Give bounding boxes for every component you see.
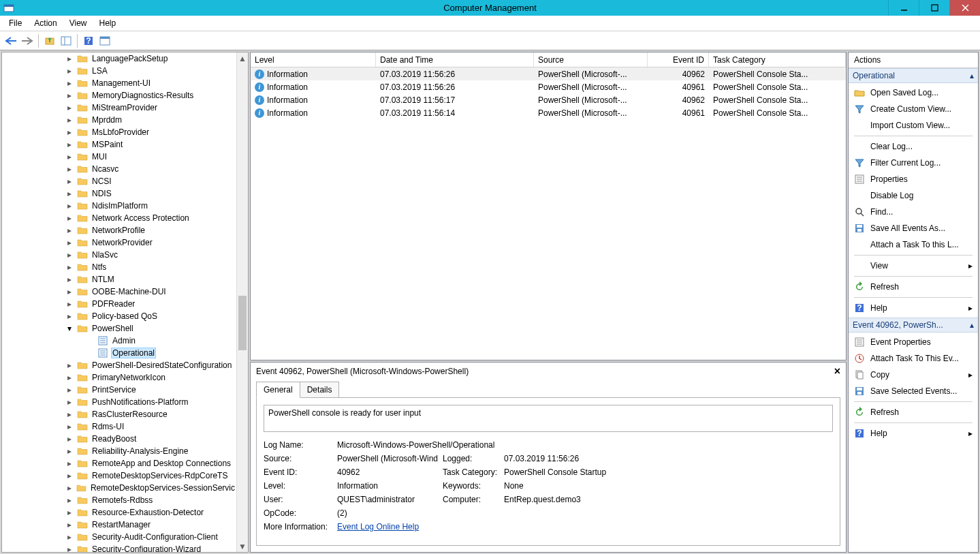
tab-details[interactable]: Details (300, 382, 340, 398)
tree-item-mslbfoprovider[interactable]: ▸MsLbfoProvider (65, 126, 236, 138)
scroll-down-icon[interactable]: ▼ (237, 540, 248, 552)
tree-item-remotedesktopservices-sessionservic[interactable]: ▸RemoteDesktopServices-SessionServic (65, 482, 236, 494)
tree-item-primarynetworkicon[interactable]: ▸PrimaryNetworkIcon (65, 371, 236, 384)
tree-item-restartmanager[interactable]: ▸RestartManager (65, 519, 236, 531)
chevron-right-icon[interactable]: ▸ (65, 176, 74, 186)
chevron-right-icon[interactable]: ▸ (65, 459, 74, 468)
tree-item-mui[interactable]: ▸MUI (65, 151, 236, 163)
forward-button[interactable] (19, 33, 35, 48)
tree-item-powershell[interactable]: ▾PowerShell (65, 322, 236, 335)
link-event-log-online-help[interactable]: Event Log Online Help (337, 522, 419, 532)
tree-item-memorydiagnostics-results[interactable]: ▸MemoryDiagnostics-Results (65, 89, 236, 102)
action-create-custom-view[interactable]: Create Custom View... (849, 101, 978, 117)
chevron-right-icon[interactable]: ▸ (65, 103, 74, 112)
chevron-right-icon[interactable]: ▸ (65, 495, 74, 505)
chevron-right-icon[interactable]: ▸ (65, 54, 74, 63)
tree-item-reliability-analysis-engine[interactable]: ▸Reliability-Analysis-Engine (65, 445, 236, 457)
chevron-right-icon[interactable]: ▸ (65, 385, 74, 395)
tree-item-ncsi[interactable]: ▸NCSI (65, 175, 236, 187)
tree-item-printservice[interactable]: ▸PrintService (65, 384, 236, 396)
tree-item-resource-exhaustion-detector[interactable]: ▸Resource-Exhaustion-Detector (65, 506, 236, 519)
tree-item-nlasvc[interactable]: ▸NlaSvc (65, 249, 236, 261)
action-import-custom-view[interactable]: Import Custom View... (849, 117, 978, 134)
chevron-right-icon[interactable]: ▸ (65, 226, 74, 235)
tree-item-readyboost[interactable]: ▸ReadyBoost (65, 433, 236, 445)
close-button[interactable] (949, 0, 980, 16)
chevron-right-icon[interactable]: ▸ (65, 532, 74, 542)
chevron-right-icon[interactable]: ▸ (65, 152, 74, 161)
tree-item-policy-based-qos[interactable]: ▸Policy-based QoS (65, 310, 236, 322)
action-help[interactable]: ?Help▸ (849, 300, 978, 316)
tree-item-management-ui[interactable]: ▸Management-UI (65, 77, 236, 89)
event-row[interactable]: iInformation07.03.2019 11:56:14PowerShel… (251, 106, 846, 119)
action-save-all-events-as[interactable]: Save All Events As... (849, 220, 978, 236)
chevron-right-icon[interactable]: ▸ (65, 373, 74, 382)
back-button[interactable] (3, 33, 19, 48)
action-view[interactable]: View▸ (849, 258, 978, 274)
action-save-selected-events[interactable]: Save Selected Events... (849, 383, 978, 399)
action-refresh[interactable]: Refresh (849, 279, 978, 295)
tree-item-admin[interactable]: Admin (65, 335, 236, 347)
chevron-right-icon[interactable]: ▸ (65, 238, 74, 247)
properties-button[interactable] (97, 33, 113, 48)
action-disable-log[interactable]: Disable Log (849, 187, 978, 204)
tree-item-remoteapp-and-desktop-connections[interactable]: ▸RemoteApp and Desktop Connections (65, 457, 236, 470)
chevron-right-icon[interactable]: ▸ (65, 66, 74, 76)
chevron-right-icon[interactable]: ▸ (65, 299, 74, 309)
tree-item-languagepacksetup[interactable]: ▸LanguagePackSetup (65, 52, 236, 65)
chevron-right-icon[interactable]: ▸ (65, 164, 74, 174)
menu-action[interactable]: Action (28, 17, 63, 29)
col-header-source[interactable]: Source (534, 52, 648, 67)
grid-body[interactable]: iInformation07.03.2019 11:56:26PowerShel… (251, 67, 846, 360)
chevron-right-icon[interactable]: ▸ (65, 446, 74, 456)
chevron-right-icon[interactable]: ▸ (65, 360, 74, 370)
chevron-right-icon[interactable]: ▸ (65, 140, 74, 149)
action-attach-a-task-to-this-l[interactable]: Attach a Task To this L... (849, 236, 978, 253)
chevron-right-icon[interactable]: ▸ (65, 483, 74, 493)
tree-item-pushnotifications-platform[interactable]: ▸PushNotifications-Platform (65, 396, 236, 408)
tree-item-operational[interactable]: Operational (65, 347, 236, 359)
action-find[interactable]: Find... (849, 204, 978, 220)
tree-item-mspaint[interactable]: ▸MSPaint (65, 138, 236, 151)
event-row[interactable]: iInformation07.03.2019 11:56:17PowerShel… (251, 93, 846, 106)
tree-item-ndis[interactable]: ▸NDIS (65, 187, 236, 200)
chevron-down-icon[interactable]: ▾ (65, 324, 74, 333)
scroll-up-icon[interactable]: ▲ (237, 52, 248, 64)
tree-item-networkprovider[interactable]: ▸NetworkProvider (65, 236, 236, 249)
action-attach-task-to-this-ev[interactable]: Attach Task To This Ev... (849, 350, 978, 367)
action-filter-current-log[interactable]: Filter Current Log... (849, 155, 978, 171)
col-header-date[interactable]: Date and Time (376, 52, 534, 67)
action-event-properties[interactable]: Event Properties (849, 334, 978, 350)
col-header-eventid[interactable]: Event ID (648, 52, 709, 67)
chevron-right-icon[interactable]: ▸ (65, 115, 74, 125)
chevron-right-icon[interactable]: ▸ (65, 471, 74, 480)
action-help[interactable]: ?Help▸ (849, 425, 978, 442)
tree-item-lsa[interactable]: ▸LSA (65, 65, 236, 77)
tab-general[interactable]: General (256, 382, 300, 398)
tree-item-remotefs-rdbss[interactable]: ▸Remotefs-Rdbss (65, 494, 236, 506)
chevron-right-icon[interactable]: ▸ (65, 275, 74, 284)
chevron-right-icon[interactable]: ▸ (65, 397, 74, 407)
scroll-thumb[interactable] (238, 296, 247, 350)
chevron-right-icon[interactable]: ▸ (65, 508, 74, 517)
chevron-right-icon[interactable]: ▸ (65, 250, 74, 260)
minimize-button[interactable] (888, 0, 919, 16)
action-properties[interactable]: Properties (849, 171, 978, 187)
tree-item-oobe-machine-dui[interactable]: ▸OOBE-Machine-DUI (65, 286, 236, 298)
menu-view[interactable]: View (63, 17, 93, 29)
tree-item-ntfs[interactable]: ▸Ntfs (65, 261, 236, 273)
tree-scrollbar[interactable]: ▲ ▼ (236, 52, 248, 552)
up-button[interactable] (42, 33, 58, 48)
event-row[interactable]: iInformation07.03.2019 11:56:26PowerShel… (251, 67, 846, 80)
details-close-button[interactable]: × (834, 365, 840, 378)
action-clear-log[interactable]: Clear Log... (849, 138, 978, 155)
tree-item-remotedesktopservices-rdpcorets[interactable]: ▸RemoteDesktopServices-RdpCoreTS (65, 470, 236, 482)
maximize-button[interactable] (919, 0, 949, 16)
event-row[interactable]: iInformation07.03.2019 11:56:26PowerShel… (251, 80, 846, 93)
menu-file[interactable]: File (3, 17, 28, 29)
chevron-right-icon[interactable]: ▸ (65, 213, 74, 223)
col-header-level[interactable]: Level (251, 52, 376, 67)
tree-item-security-configuration-wizard[interactable]: ▸Security-Configuration-Wizard (65, 543, 236, 552)
col-header-task[interactable]: Task Category (709, 52, 846, 67)
tree-item-ntlm[interactable]: ▸NTLM (65, 273, 236, 286)
